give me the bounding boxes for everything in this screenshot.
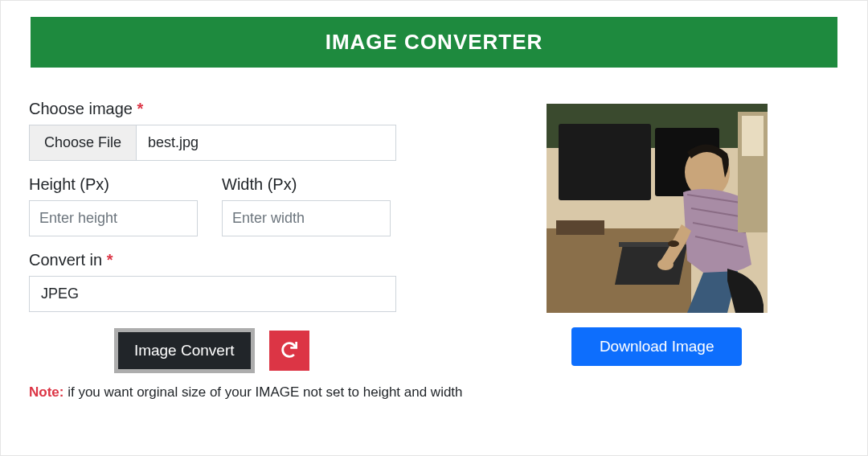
svg-rect-2 — [559, 124, 651, 200]
reset-button[interactable] — [269, 331, 309, 371]
content-area: Choose image * Choose File best.jpg Heig… — [13, 68, 855, 373]
convert-in-label-text: Convert in — [29, 251, 102, 269]
width-label: Width (Px) — [222, 175, 391, 194]
width-group: Width (Px) — [222, 175, 391, 236]
note-text: if you want orginal size of your IMAGE n… — [63, 384, 462, 400]
svg-rect-12 — [742, 116, 764, 156]
required-mark: * — [137, 100, 144, 117]
height-group: Height (Px) — [29, 175, 198, 236]
svg-point-10 — [668, 240, 679, 247]
choose-image-label: Choose image * — [29, 100, 450, 118]
form-column: Choose image * Choose File best.jpg Heig… — [29, 100, 474, 373]
dimensions-row: Height (Px) Width (Px) — [29, 175, 450, 236]
preview-column: Download Image — [474, 100, 839, 373]
convert-in-label: Convert in * — [29, 251, 450, 269]
note-label: Note: — [29, 384, 63, 400]
height-input[interactable] — [29, 200, 198, 236]
image-preview — [547, 104, 768, 313]
choose-image-label-text: Choose image — [29, 100, 133, 117]
app-container: IMAGE CONVERTER Choose image * Choose Fi… — [0, 0, 868, 456]
file-input[interactable]: Choose File best.jpg — [29, 125, 396, 161]
svg-point-9 — [657, 259, 674, 270]
choose-image-group: Choose image * Choose File best.jpg — [29, 100, 450, 161]
image-convert-button[interactable]: Image Convert — [114, 328, 255, 373]
width-input[interactable] — [222, 200, 391, 236]
required-mark: * — [107, 251, 113, 269]
convert-in-group: Convert in * JPEG — [29, 251, 450, 312]
refresh-icon — [281, 342, 297, 360]
convert-format-select[interactable]: JPEG — [29, 276, 396, 312]
action-button-row: Image Convert — [29, 328, 450, 373]
svg-rect-5 — [556, 220, 604, 235]
page-title: IMAGE CONVERTER — [31, 17, 837, 68]
file-name-display: best.jpg — [137, 125, 395, 160]
note-row: Note: if you want orginal size of your I… — [13, 384, 855, 401]
height-label: Height (Px) — [29, 175, 198, 194]
download-image-button[interactable]: Download Image — [571, 327, 743, 366]
convert-format-selected: JPEG — [41, 286, 79, 302]
choose-file-button[interactable]: Choose File — [30, 125, 137, 160]
